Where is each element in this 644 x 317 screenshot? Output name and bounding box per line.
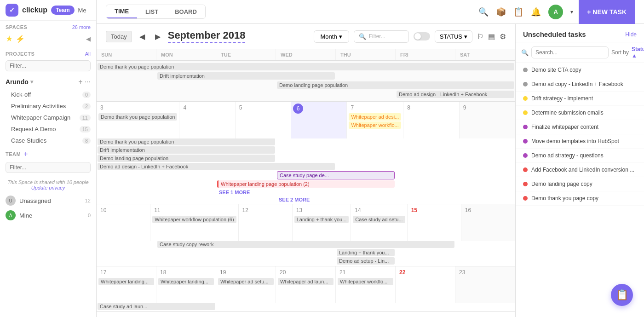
calendar-task-bar[interactable]: Whitepaper workflo... — [338, 278, 393, 285]
task-dot — [523, 110, 528, 115]
task-name: Demo ad strategy - questions — [531, 152, 604, 159]
user-avatar[interactable]: A — [548, 5, 563, 19]
team-filter-input[interactable] — [6, 162, 91, 173]
me-link[interactable]: Me — [78, 7, 86, 14]
projects-all[interactable]: All — [85, 51, 91, 57]
update-privacy-link[interactable]: Update privacy — [31, 185, 65, 190]
clipboard-icon[interactable]: 📋 — [513, 7, 523, 17]
calendar-day: 14Case study ad setu... — [351, 204, 407, 241]
space-icons: ★ ⚡ ◀ — [0, 32, 96, 47]
calendar-task-bar[interactable]: Whitepaper ad laun... — [278, 278, 334, 285]
filter-icon[interactable]: ⚐ — [477, 32, 483, 41]
toggle-switch[interactable] — [414, 32, 430, 40]
spaces-more[interactable]: 26 more — [72, 24, 91, 30]
view-icon[interactable]: ▤ — [488, 32, 495, 41]
status-dropdown[interactable]: STATUS ▾ — [435, 30, 472, 43]
calendar-task-bar[interactable]: Case study ad setu... — [353, 216, 405, 223]
sidebar-project-item[interactable]: Preliminary Activities2 — [0, 100, 96, 112]
unscheduled-task-item[interactable]: Move demo templates into HubSpot — [516, 134, 644, 149]
next-button[interactable]: ▶ — [152, 30, 163, 43]
calendar-span-bar[interactable]: Case study ad laun... — [98, 303, 215, 310]
unscheduled-task-item[interactable]: Finalize whitepaper content — [516, 120, 644, 134]
calendar-task-bar[interactable]: Whitepaper landing... — [158, 278, 214, 285]
sidebar-project-item[interactable]: Kick-off0 — [0, 89, 96, 100]
team-member-item[interactable]: UUnassigned12 — [0, 193, 96, 208]
unscheduled-task-item[interactable]: Demo thank you page copy — [516, 191, 644, 206]
calendar-task-bar[interactable]: Landing + thank you... — [294, 216, 349, 223]
calendar-span-bar[interactable]: SEE 2 MORE — [277, 196, 335, 203]
calendar-task-bar[interactable]: Whitepaper workflo... — [349, 121, 401, 129]
calendar-day-header: FRI — [396, 49, 455, 60]
project-name[interactable]: Arundo ▾ — [6, 78, 33, 86]
calendar-filter[interactable]: 🔍 Filter... — [354, 30, 409, 43]
unscheduled-search-icon: 🔍 — [521, 49, 529, 56]
search-icon[interactable]: 🔍 — [478, 7, 489, 17]
sidebar-project-item[interactable]: Request A Demo15 — [0, 123, 96, 135]
team-member-item[interactable]: AMine0 — [0, 208, 96, 223]
calendar-span-bar[interactable]: Whitepaper landing page population (2) — [217, 180, 395, 188]
bell-icon[interactable]: 🔔 — [531, 7, 541, 17]
calendar-task-bar[interactable]: Whitepaper landing... — [98, 278, 154, 285]
calendar-span-bar[interactable]: Demo thank you page population — [98, 138, 275, 145]
today-button[interactable]: Today — [106, 31, 132, 42]
unscheduled-search-input[interactable] — [531, 46, 609, 58]
unscheduled-task-item[interactable]: Demo site CTA copy — [516, 63, 644, 77]
projects-filter-input[interactable] — [6, 60, 91, 71]
unscheduled-task-item[interactable]: Drift strategy - implement — [516, 92, 644, 106]
sidebar: ✓ clickup Team Me SPACES 26 more ★ ⚡ ◀ P… — [0, 0, 97, 317]
unscheduled-task-item[interactable]: Determine submission emails — [516, 106, 644, 120]
new-task-button[interactable]: + NEW TASK — [579, 0, 635, 24]
calendar-task-bar[interactable]: Whitepaper workflow population (6) — [152, 216, 236, 223]
calendar-span-bar[interactable]: Case study page de... — [277, 171, 395, 179]
settings-icon[interactable]: ⚙ — [500, 32, 506, 41]
tab-time[interactable]: TIME — [106, 5, 137, 18]
month-dropdown[interactable]: Month ▾ — [314, 30, 349, 43]
sort-value[interactable]: Status ▲ — [632, 46, 644, 59]
calendar-day: 16 — [461, 204, 515, 241]
chevron-down-icon[interactable]: ▾ — [570, 9, 573, 15]
unscheduled-task-item[interactable]: Add Facebook and LinkedIn conversion ... — [516, 163, 644, 177]
task-name: Demo thank you page copy — [531, 195, 598, 202]
calendar-body: Demo thank you page populationDrift impl… — [97, 61, 515, 312]
add-team-icon[interactable]: + — [23, 150, 28, 158]
tab-list[interactable]: LIST — [137, 5, 167, 18]
cube-icon[interactable]: 📦 — [496, 7, 506, 17]
team-badge[interactable]: Team — [51, 6, 74, 15]
calendar-day-number: 6 — [293, 104, 303, 114]
task-name: Determine submission emails — [531, 110, 604, 116]
calendar-week: 1011Whitepaper workflow population (6)12… — [97, 204, 515, 266]
calendar-span-bar[interactable]: SEE 1 MORE — [217, 189, 275, 196]
task-dot — [523, 196, 528, 201]
calendar-span-bar[interactable]: Demo ad design - LinkedIn + Facebook — [98, 163, 335, 170]
calendar-span-bar[interactable]: Drift implementation — [98, 146, 275, 154]
calendar-task-bar[interactable]: Whitepaper ad desi... — [349, 113, 401, 121]
sidebar-project-item[interactable]: Case Studies8 — [0, 135, 96, 146]
more-options-icon[interactable]: ··· — [85, 78, 91, 86]
project-header: Arundo ▾ + ··· — [0, 75, 96, 89]
calendar-task-bar[interactable]: Drift implementation — [157, 72, 335, 80]
calendar-task-bar[interactable]: Demo ad design - LinkedIn + Facebook — [397, 91, 514, 98]
calendar-task-bar[interactable]: Demo landing page population — [277, 81, 514, 89]
unscheduled-task-item[interactable]: Demo landing page copy — [516, 177, 644, 191]
tab-board[interactable]: BOARD — [167, 5, 205, 18]
unscheduled-task-item[interactable]: Demo ad copy - LinkedIn + Facebook — [516, 77, 644, 92]
fab-button[interactable]: 📋 — [611, 284, 633, 306]
hide-button[interactable]: Hide — [625, 31, 637, 38]
calendar-span-bar[interactable]: Demo landing page population — [98, 155, 275, 162]
calendar-task-bar[interactable]: Whitepaper ad setu... — [218, 278, 274, 285]
calendar-day-header: TUE — [216, 49, 276, 60]
prev-button[interactable]: ◀ — [137, 30, 148, 43]
calendar-task-bar[interactable]: Demo thank you page population — [98, 63, 514, 70]
add-project-icon[interactable]: + — [78, 78, 82, 86]
sidebar-project-item[interactable]: Whitepaper Campaign11 — [0, 112, 96, 123]
calendar-span-bar[interactable]: Landing + thank you... — [337, 249, 395, 256]
calendar-span-bar[interactable]: Case study copy rework — [157, 241, 454, 248]
unscheduled-task-item[interactable]: Demo ad strategy - questions — [516, 149, 644, 163]
calendar-span-bar[interactable]: Demo ad setup - Lin... — [337, 257, 395, 265]
project-actions[interactable]: + ··· — [78, 78, 91, 86]
calendar-task-bar[interactable]: Demo thank you page population — [98, 113, 177, 121]
chevron-month-icon: ▾ — [339, 33, 342, 40]
calendar-day: 18Whitepaper landing... — [156, 266, 216, 303]
calendar-day-number: 22 — [397, 268, 453, 277]
collapse-icon[interactable]: ◀ — [86, 35, 91, 42]
